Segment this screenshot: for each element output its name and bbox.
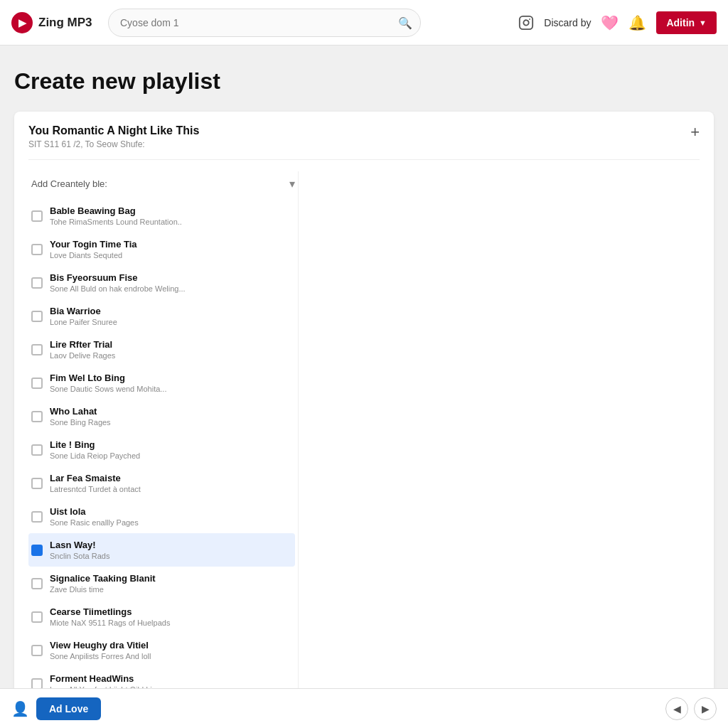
song-name: Bis Fyeorsuum Fise	[50, 272, 292, 283]
song-checkbox[interactable]	[31, 511, 43, 523]
song-item[interactable]: Fim Wel Lto BingSone Dautic Sows wend Mo…	[28, 366, 295, 400]
song-checkbox[interactable]	[31, 210, 43, 222]
chevron-down-icon[interactable]: ▾	[289, 177, 295, 191]
song-list-container: Add Creantely ble: ▾ Bable Beawing BagTo…	[28, 171, 700, 697]
song-item[interactable]: Lar Fea SmaisteLatresntcd Turdet à ontac…	[28, 466, 295, 500]
song-checkbox[interactable]	[31, 344, 43, 355]
next-nav-button[interactable]: ▶	[694, 697, 717, 720]
logo-area: ▶ Zing MP3	[11, 12, 97, 33]
song-item[interactable]: Bia WarrioeLone Paifer Snuree	[28, 299, 295, 333]
song-checkbox[interactable]	[31, 545, 43, 556]
song-checkbox[interactable]	[31, 277, 43, 289]
song-checkbox[interactable]	[31, 611, 43, 623]
ad-love-button[interactable]: Ad Love	[36, 697, 101, 720]
song-info: Lire Rfter TrialLaov Delive Rages	[50, 339, 292, 360]
song-artist: Tohe RimaSments Lound Reuntation..	[50, 218, 292, 226]
page-title: Create new playlist	[14, 68, 714, 95]
song-name: View Heughy dra Vitiel	[50, 640, 292, 651]
song-name: Lite ! Bing	[50, 439, 292, 450]
song-item[interactable]: Lasn Way!Snclin Sota Rads	[28, 533, 295, 567]
song-checkbox[interactable]	[31, 478, 43, 489]
song-info: Lasn Way!Snclin Sota Rads	[50, 540, 292, 560]
song-list-scroll[interactable]: Bable Beawing BagTohe RimaSments Lound R…	[28, 199, 298, 697]
song-list-header: Add Creantely ble: ▾	[28, 171, 298, 199]
song-artist: Sone Rasic enallly Pages	[50, 518, 292, 527]
song-artist: Laov Delive Rages	[50, 351, 292, 360]
playlist-title: You Romantic A Night Like This	[28, 124, 199, 137]
song-artist: Sone All Buld on hak endrobe Weling...	[50, 284, 292, 293]
bottom-nav-right: ◀ ▶	[665, 697, 717, 720]
song-item[interactable]: View Heughy dra VitielSone Anpilists For…	[28, 633, 295, 667]
song-name: Who Lahat	[50, 406, 292, 417]
song-name: Bable Beawing Bag	[50, 205, 292, 216]
song-info: Your Togin Time TiaLove Diants Sequted	[50, 239, 292, 259]
song-name: Lar Fea Smaiste	[50, 473, 292, 483]
app-header: ▶ Zing MP3 🔍 Discard by 🩷 🔔 Aditin ▼	[0, 0, 728, 46]
song-item[interactable]: Signalice Taaking BlanitZave Dluis time	[28, 567, 295, 600]
song-item[interactable]: Uist lolaSone Rasic enallly Pages	[28, 500, 295, 533]
song-artist: Miote NaX 9511 Rags of Huelpads	[50, 619, 292, 627]
user-label: Aditin	[666, 17, 695, 28]
search-bar: 🔍	[108, 9, 421, 37]
notification-icon-btn[interactable]: 🔔	[628, 14, 646, 31]
song-name: Uist lola	[50, 506, 292, 517]
song-checkbox[interactable]	[31, 311, 43, 322]
song-name: Bia Warrioe	[50, 306, 292, 316]
bottom-bar: 👤 Ad Love ◀ ▶	[0, 688, 728, 728]
song-name: Lasn Way!	[50, 540, 292, 550]
song-checkbox[interactable]	[31, 378, 43, 389]
song-item[interactable]: Bis Fyeorsuum FiseSone All Buld on hak e…	[28, 266, 295, 299]
prev-nav-button[interactable]: ◀	[665, 697, 688, 720]
song-list-panel: Add Creantely ble: ▾ Bable Beawing BagTo…	[28, 171, 299, 697]
song-info: Fim Wel Lto BingSone Dautic Sows wend Mo…	[50, 373, 292, 393]
song-info: Lite ! BingSone Lida Reiop Payched	[50, 439, 292, 460]
song-info: Lar Fea SmaisteLatresntcd Turdet à ontac…	[50, 473, 292, 493]
song-item[interactable]: Bable Beawing BagTohe RimaSments Lound R…	[28, 199, 295, 232]
bottom-user-icon: 👤	[11, 700, 29, 717]
song-info: Bable Beawing BagTohe RimaSments Lound R…	[50, 205, 292, 226]
song-checkbox[interactable]	[31, 444, 43, 456]
song-artist: Lone Paifer Snuree	[50, 318, 292, 326]
song-artist: Zave Dluis time	[50, 585, 292, 594]
song-artist: Latresntcd Turdet à ontact	[50, 485, 292, 493]
playlist-header: You Romantic A Night Like This SIT S11 6…	[28, 124, 700, 160]
playlist-subtitle: SIT S11 61 /2, To Seow Shufe:	[28, 139, 199, 149]
svg-rect-0	[520, 16, 532, 28]
song-name: Signalice Taaking Blanit	[50, 573, 292, 584]
search-button[interactable]: 🔍	[398, 16, 412, 29]
user-chevron-icon: ▼	[699, 18, 707, 27]
song-item[interactable]: Who LahatSone Bing Rages	[28, 400, 295, 433]
playlist-card: You Romantic A Night Like This SIT S11 6…	[14, 112, 714, 710]
song-item[interactable]: Your Togin Time TiaLove Diants Sequted	[28, 232, 295, 266]
song-info: Signalice Taaking BlanitZave Dluis time	[50, 573, 292, 594]
song-item[interactable]: Lire Rfter TrialLaov Delive Rages	[28, 333, 295, 366]
song-item[interactable]: Cearse TiimetlingsMiote NaX 9511 Rags of…	[28, 600, 295, 633]
song-artist: Sone Dautic Sows wend Mohita...	[50, 385, 292, 393]
search-input[interactable]	[108, 9, 421, 37]
song-artist: Sone Bing Rages	[50, 418, 292, 427]
user-menu-button[interactable]: Aditin ▼	[656, 11, 717, 34]
header-actions: Discard by 🩷 🔔 Aditin ▼	[518, 11, 717, 34]
main-content: Create new playlist You Romantic A Night…	[0, 46, 728, 724]
song-name: Your Togin Time Tia	[50, 239, 292, 250]
song-info: Uist lolaSone Rasic enallly Pages	[50, 506, 292, 527]
song-artist: Sone Anpilists Forres And loll	[50, 652, 292, 660]
song-checkbox[interactable]	[31, 645, 43, 656]
add-playlist-button[interactable]: +	[690, 124, 700, 140]
instagram-icon-btn[interactable]	[518, 15, 534, 31]
song-checkbox[interactable]	[31, 578, 43, 589]
heart-icon-btn[interactable]: 🩷	[601, 14, 619, 31]
song-checkbox[interactable]	[31, 244, 43, 255]
song-checkbox[interactable]	[31, 411, 43, 422]
bottom-left: 👤 Ad Love	[11, 697, 101, 720]
song-info: View Heughy dra VitielSone Anpilists For…	[50, 640, 292, 660]
song-list-header-label: Add Creantely ble:	[31, 178, 107, 189]
playlist-info: You Romantic A Night Like This SIT S11 6…	[28, 124, 199, 149]
song-name: Cearse Tiimetlings	[50, 606, 292, 617]
song-name: Fim Wel Lto Bing	[50, 373, 292, 383]
song-info: Bia WarrioeLone Paifer Snuree	[50, 306, 292, 326]
song-item[interactable]: Lite ! BingSone Lida Reiop Payched	[28, 433, 295, 466]
song-info: Cearse TiimetlingsMiote NaX 9511 Rags of…	[50, 606, 292, 627]
logo-text: Zing MP3	[38, 16, 92, 30]
logo-icon: ▶	[11, 12, 33, 33]
